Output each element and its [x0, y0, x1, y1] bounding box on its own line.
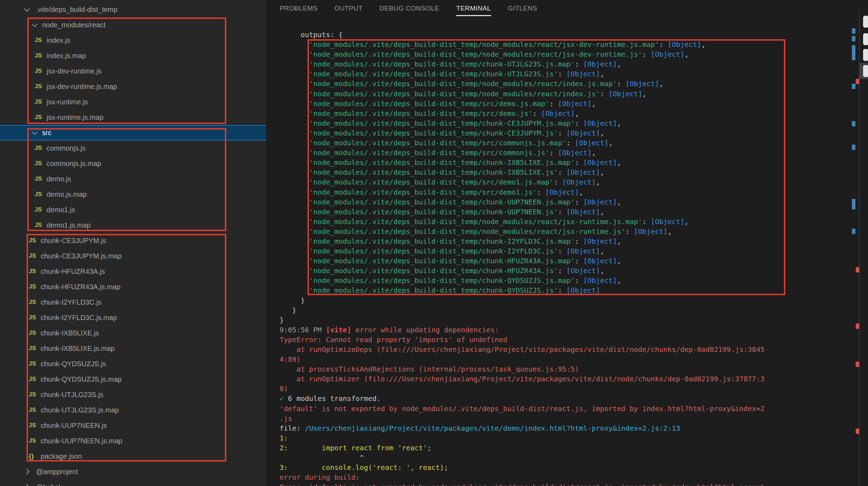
terminal-text-segment: ,: [617, 257, 621, 265]
panel-tab-output[interactable]: OUTPUT: [335, 5, 363, 12]
tree-file-demo1-js-map[interactable]: JSdemo1.js.map: [0, 217, 266, 233]
tree-file-chunk-ce3jupym-js-map[interactable]: JSchunk-CE3JUPYM.js.map: [0, 248, 266, 264]
chevron-down-icon[interactable]: [22, 8, 32, 11]
terminal-text-segment: [Object]: [566, 70, 600, 78]
terminal-text-segment: [280, 286, 309, 294]
tree-file-demo1-js[interactable]: JSdemo1.js: [0, 202, 266, 217]
js-file-icon: JS: [29, 407, 38, 414]
tree-file-chunk-uup7neen-js[interactable]: JSchunk-UUP7NEEN.js: [0, 418, 266, 433]
terminal-text-segment: [280, 247, 309, 255]
panel-tab-terminal[interactable]: TERMINAL: [456, 5, 491, 12]
chevron-down-icon[interactable]: [30, 24, 39, 26]
tree-file-index-js-map[interactable]: JSindex.js.map: [0, 48, 266, 63]
tree-file-jsx-runtime-js[interactable]: JSjsx-runtime.js: [0, 94, 266, 110]
tree-file-index-js[interactable]: JSindex.js: [0, 33, 266, 48]
js-file-icon: JS: [35, 37, 44, 44]
panel-tab-problems[interactable]: PROBLEMS: [280, 5, 318, 12]
terminal-text-segment: :: [625, 227, 634, 236]
terminal-text-segment: [Object]: [566, 129, 600, 137]
terminal-text-segment: at processTicksAndRejections (internal/p…: [280, 365, 579, 373]
terminal-text-segment: :: [575, 60, 583, 68]
tree-item-label: index.js: [47, 36, 70, 44]
overview-ruler-red-mark: [856, 79, 859, 84]
tree-file-jsx-dev-runtime-js-map[interactable]: JSjsx-dev-runtime.js.map: [0, 79, 266, 94]
terminal-line: 2: import react from 'react';: [280, 443, 765, 453]
tree-folder-src[interactable]: src: [0, 125, 266, 140]
terminal-text-segment: ,: [592, 148, 596, 157]
terminal-line: 'node_modules/.vite/deps_build-dist_temp…: [280, 89, 765, 99]
chevron-right-icon[interactable]: [22, 470, 32, 474]
terminal-text-segment: 'node_modules/.vite/deps_build-dist_temp…: [309, 129, 558, 137]
terminal-text-segment: [Object]: [634, 227, 667, 236]
tree-file-jsx-runtime-js-map[interactable]: JSjsx-runtime.js.map: [0, 110, 266, 125]
terminal-text-segment: [Object]: [583, 198, 617, 206]
tree-item-label: commonjs.js.map: [47, 160, 101, 168]
terminal-text-segment: 'node_modules/.vite/deps_build-dist_temp…: [309, 109, 532, 118]
js-file-icon: JS: [35, 191, 44, 198]
panel-tab-debug-console[interactable]: DEBUG CONSOLE: [379, 5, 439, 12]
tree-file-demo-js-map[interactable]: JSdemo.js.map: [0, 187, 266, 202]
tree-file-chunk-qydsuzjs-js[interactable]: JSchunk-QYDSUZJS.js: [0, 356, 266, 372]
terminal-text-segment: 'node_modules/.vite/deps_build-dist_temp…: [309, 257, 575, 265]
terminal-text-segment: 'node_modules/.vite/deps_build-dist_temp…: [309, 247, 558, 255]
tree-folder-node-modules-react[interactable]: node_modules/react: [0, 17, 266, 33]
terminal-text-segment: [Object]: [583, 60, 617, 68]
js-file-icon: JS: [35, 83, 44, 90]
tree-file-chunk-hfuzr43a-js-map[interactable]: JSchunk-HFUZR43A.js.map: [0, 279, 266, 294]
tree-file-package-json[interactable]: {}package.json: [0, 449, 266, 464]
terminal-text-segment: [280, 168, 309, 176]
terminal-text-segment: ,: [668, 227, 672, 236]
overview-ruler-blue-mark: [852, 229, 855, 234]
tree-file-chunk-ixb5lixe-js-map[interactable]: JSchunk-IXB5LIXE.js.map: [0, 341, 266, 356]
terminal-text-segment: [280, 139, 309, 147]
terminal-text-segment: 'node_modules/.vite/deps_build-dist_temp…: [309, 178, 553, 186]
js-file-icon: JS: [29, 391, 38, 398]
terminal-line: 'node_modules/.vite/deps_build-dist_temp…: [280, 217, 765, 227]
terminal-line: 'node_modules/.vite/deps_build-dist_temp…: [280, 128, 765, 138]
terminal-text-segment: }: [280, 316, 284, 324]
tree-item-label: chunk-HFUZR43A.js.map: [41, 283, 120, 291]
terminal-text-segment: 'node_modules/.vite/deps_build-dist_temp…: [309, 60, 575, 68]
terminal-text-segment: [280, 79, 309, 88]
terminal-text-segment: 'node_modules/.vite/deps_build-dist_temp…: [309, 208, 558, 216]
terminal-text-segment: :: [600, 90, 608, 98]
tree-item-label: jsx-dev-runtime.js.map: [47, 83, 117, 91]
terminal-text-segment: 2: import react from 'react';: [280, 444, 431, 452]
terminal-line: Error: 'default' is not exported by node…: [280, 482, 765, 486]
tree-file-chunk-uup7neen-js-map[interactable]: JSchunk-UUP7NEEN.js.map: [0, 433, 266, 449]
overview-ruler-blue-mark: [852, 145, 855, 150]
terminal-text-segment: 'node_modules/.vite/deps_build-dist_temp…: [309, 286, 558, 294]
tree-folder--vite-deps-build-dist-temp[interactable]: .vite/deps_build-dist_temp: [0, 2, 266, 17]
panel-tab-gitlens[interactable]: GITLENS: [508, 5, 537, 12]
tree-file-demo-js[interactable]: JSdemo.js: [0, 171, 266, 187]
tree-file-chunk-ixb5lixe-js[interactable]: JSchunk-IXB5LIXE.js: [0, 325, 266, 341]
terminal-line: 'node_modules/.vite/deps_build-dist_temp…: [280, 59, 765, 69]
terminal-line: 'node_modules/.vite/deps_build-dist_temp…: [280, 285, 765, 295]
tree-item-label: chunk-I2YFLD3C.js.map: [41, 314, 117, 322]
tree-file-chunk-ce3jupym-js[interactable]: JSchunk-CE3JUPYM.js: [0, 233, 266, 248]
terminal-text-segment: 6 modules transformed.: [284, 394, 381, 403]
terminal-line: 'node_modules/.vite/deps_build-dist_temp…: [280, 99, 765, 109]
terminal-text-segment: ,: [600, 168, 604, 176]
terminal-text-segment: [280, 148, 309, 157]
tree-folder-@ampproject[interactable]: @ampproject: [0, 464, 266, 479]
tree-file-chunk-hfuzr43a-js[interactable]: JSchunk-HFUZR43A.js: [0, 264, 266, 279]
tree-file-chunk-i2yfld3c-js[interactable]: JSchunk-I2YFLD3C.js: [0, 294, 266, 310]
terminal-text-segment: error during build:: [280, 473, 360, 481]
terminal-line: at runOptimizer (file:///Users/chenjiaxi…: [280, 374, 765, 384]
chevron-down-icon[interactable]: [30, 132, 39, 134]
tree-file-chunk-i2yfld3c-js-map[interactable]: JSchunk-I2YFLD3C.js.map: [0, 310, 266, 325]
tree-file-jsx-dev-runtime-js[interactable]: JSjsx-dev-runtime.js: [0, 63, 266, 79]
tree-file-chunk-utjlg23s-js-map[interactable]: JSchunk-UTJLG23S.js.map: [0, 402, 266, 418]
tree-item-label: chunk-QYDSUZJS.js.map: [41, 375, 122, 383]
tree-file-commonjs-js[interactable]: JScommonjs.js: [0, 140, 266, 156]
tree-file-commonjs-js-map[interactable]: JScommonjs.js.map: [0, 156, 266, 171]
tree-item-label: node_modules/react: [42, 21, 105, 29]
tree-file-chunk-utjlg23s-js[interactable]: JSchunk-UTJLG23S.js: [0, 387, 266, 402]
js-file-icon: JS: [35, 206, 44, 213]
tree-file-chunk-qydsuzjs-js-map[interactable]: JSchunk-QYDSUZJS.js.map: [0, 372, 266, 387]
tree-folder-@babel[interactable]: @babel: [0, 479, 266, 486]
terminal-text-segment: [280, 276, 309, 285]
terminal-text-segment: ,: [600, 129, 604, 137]
terminal-line: }: [280, 305, 765, 315]
